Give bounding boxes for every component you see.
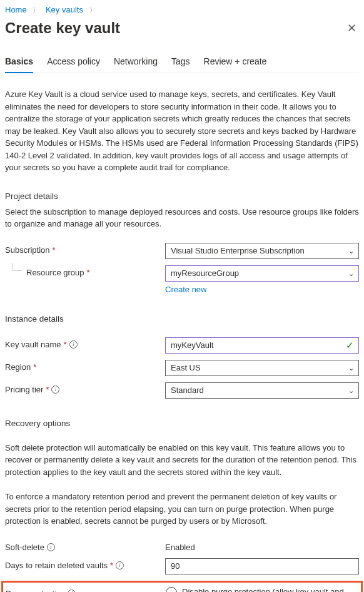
keyvault-name-label: Key vault name — [5, 340, 61, 349]
close-icon[interactable]: ✕ — [345, 19, 359, 38]
required-asterisk: * — [110, 561, 113, 570]
tab-access-policy[interactable]: Access policy — [47, 53, 100, 73]
breadcrumb: Home 〉 Key vaults 〉 — [5, 5, 359, 19]
radio-icon — [166, 587, 177, 593]
project-details-desc: Select the subscription to manage deploy… — [5, 206, 359, 230]
recovery-options-heading: Recovery options — [5, 419, 359, 428]
days-retain-input[interactable] — [165, 558, 359, 574]
required-asterisk: * — [64, 340, 67, 349]
purge-protection-label: Purge protection — [6, 589, 65, 593]
pricing-tier-select[interactable] — [165, 382, 359, 399]
pricing-tier-label: Pricing tier — [5, 385, 43, 394]
tabs: Basics Access policy Networking Tags Rev… — [5, 53, 359, 73]
subscription-label: Subscription — [5, 245, 50, 255]
required-asterisk: * — [46, 385, 49, 394]
tab-review-create[interactable]: Review + create — [204, 53, 267, 73]
recovery-desc-2: To enforce a mandatory retention period … — [5, 491, 359, 528]
intro-text: Azure Key Vault is a cloud service used … — [5, 88, 359, 174]
info-icon[interactable]: i — [51, 385, 59, 394]
tab-basics[interactable]: Basics — [5, 53, 33, 73]
purge-protection-radio-group: Disable purge protection (allow key vaul… — [166, 586, 358, 593]
required-asterisk: * — [87, 268, 90, 277]
info-icon[interactable]: i — [68, 589, 76, 593]
soft-delete-label: Soft-delete — [5, 543, 44, 552]
create-new-link[interactable]: Create new — [165, 285, 206, 294]
chevron-right-icon: 〉 — [29, 6, 43, 14]
info-icon[interactable]: i — [116, 561, 124, 569]
breadcrumb-home[interactable]: Home — [5, 5, 27, 14]
info-icon[interactable]: i — [69, 340, 78, 349]
region-select[interactable] — [165, 360, 359, 376]
info-icon[interactable]: i — [47, 543, 55, 551]
keyvault-name-input[interactable] — [165, 337, 359, 354]
purge-disable-label: Disable purge protection (allow key vaul… — [182, 586, 358, 593]
chevron-right-icon: 〉 — [86, 6, 100, 14]
instance-details-heading: Instance details — [5, 314, 359, 324]
days-retain-label: Days to retain deleted vaults — [5, 561, 108, 570]
resource-group-select[interactable] — [165, 265, 359, 282]
required-asterisk: * — [53, 245, 56, 255]
region-label: Region — [5, 362, 31, 372]
purge-disable-option[interactable]: Disable purge protection (allow key vaul… — [166, 586, 358, 593]
required-asterisk: * — [33, 362, 36, 372]
recovery-desc-1: Soft delete protection will automaticall… — [5, 442, 359, 479]
resource-group-label: Resource group — [26, 268, 84, 277]
purge-protection-highlight: Purge protection i Disable purge protect… — [1, 581, 363, 593]
subscription-select[interactable] — [165, 243, 359, 259]
soft-delete-value: Enabled — [165, 540, 359, 552]
tab-tags[interactable]: Tags — [171, 53, 190, 73]
tab-networking[interactable]: Networking — [114, 53, 158, 73]
page-title: Create key vault — [5, 19, 120, 37]
breadcrumb-keyvaults[interactable]: Key vaults — [46, 5, 83, 14]
project-details-heading: Project details — [5, 191, 359, 201]
